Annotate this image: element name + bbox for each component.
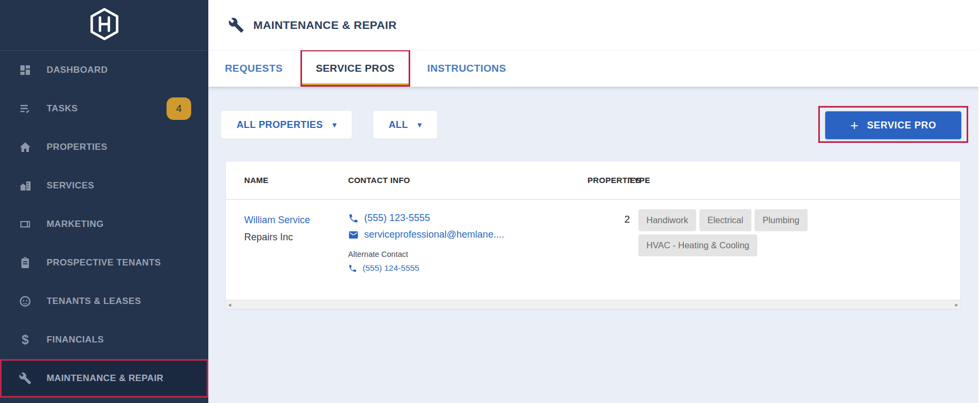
type-filter-dropdown[interactable]: ALL ▾ <box>373 111 437 139</box>
properties-filter-value: ALL PROPERTIES <box>237 119 323 131</box>
column-header-contact-info: CONTACT INFO <box>348 176 410 185</box>
sidebar-item-marketing[interactable]: MARKETING <box>0 205 208 244</box>
dollar-icon: $ <box>18 333 32 347</box>
email-link[interactable]: serviceprofessional@hemlane.... <box>364 229 504 240</box>
sidebar-item-label: PROPERTIES <box>47 142 108 153</box>
type-tag: Electrical <box>699 209 751 231</box>
sidebar-item-tasks[interactable]: TASKS 4 <box>0 89 208 128</box>
table-row: William Service Repairs Inc (555) 123-55… <box>226 200 960 299</box>
scroll-right-arrow-icon[interactable]: ▸ <box>955 302 958 308</box>
sidebar: DASHBOARD TASKS 4 PROPERTIES SERVICE <box>0 0 208 403</box>
add-service-pro-button-label: SERVICE PRO <box>867 120 936 131</box>
sidebar-nav: DASHBOARD TASKS 4 PROPERTIES SERVICE <box>0 51 208 398</box>
home-icon <box>18 140 32 154</box>
page-header: MAINTENANCE & REPAIR <box>208 0 980 50</box>
sidebar-item-services[interactable]: SERVICES <box>0 166 208 205</box>
tab-instructions[interactable]: INSTRUCTIONS <box>427 50 506 87</box>
content-area: ALL PROPERTIES ▾ ALL ▾ + SERVICE PRO NAM… <box>208 87 980 403</box>
services-building-icon <box>18 179 32 193</box>
sidebar-item-maintenance-repair[interactable]: MAINTENANCE & REPAIR <box>0 359 208 398</box>
sidebar-item-label: MARKETING <box>47 219 104 230</box>
add-service-pro-button[interactable]: + SERVICE PRO <box>825 111 961 139</box>
wrench-icon <box>18 371 32 385</box>
main-area: MAINTENANCE & REPAIR REQUESTS SERVICE PR… <box>208 0 980 403</box>
name-cell: William Service Repairs Inc <box>244 215 310 243</box>
sidebar-item-label: TASKS <box>47 103 78 114</box>
tasks-count-badge: 4 <box>167 97 191 120</box>
column-header-type: TYPE <box>629 176 650 185</box>
contact-info-cell: (555) 123-5555 serviceprofessional@hemla… <box>348 212 504 273</box>
type-tags-cell: Handiwork Electrical Plumbing HVAC - Hea… <box>638 209 810 256</box>
sidebar-item-properties[interactable]: PROPERTIES <box>0 128 208 166</box>
phone-line: (555) 123-5555 <box>348 212 504 224</box>
type-tag: Plumbing <box>755 209 808 231</box>
annotation-box-service-pros-tab: SERVICE PROS <box>300 50 410 87</box>
sidebar-item-label: FINANCIALS <box>47 334 104 345</box>
alternate-phone-line: (555) 124-5555 <box>348 263 504 273</box>
sidebar-item-financials[interactable]: $ FINANCIALS <box>0 321 208 359</box>
sidebar-item-dashboard[interactable]: DASHBOARD <box>0 51 208 89</box>
table-header-row: NAME CONTACT INFO PROPERTIES TYPE <box>226 162 960 200</box>
email-line: serviceprofessional@hemlane.... <box>348 229 504 240</box>
caret-down-icon: ▾ <box>418 121 421 128</box>
type-filter-value: ALL <box>389 119 408 131</box>
logo-area[interactable] <box>0 0 208 51</box>
hemlane-logo-icon <box>87 6 122 44</box>
properties-filter-dropdown[interactable]: ALL PROPERTIES ▾ <box>221 111 352 139</box>
tasks-list-icon <box>18 102 32 116</box>
tab-requests[interactable]: REQUESTS <box>225 50 283 87</box>
alternate-phone-link[interactable]: (555) 124-5555 <box>363 263 419 273</box>
sidebar-item-label: DASHBOARD <box>47 65 108 75</box>
email-icon <box>348 230 359 240</box>
phone-link[interactable]: (555) 123-5555 <box>364 212 430 224</box>
column-header-name: NAME <box>244 176 268 185</box>
horizontal-scrollbar[interactable]: ◂ ▸ <box>226 300 960 309</box>
alternate-contact-label: Alternate Contact <box>348 250 504 258</box>
sidebar-item-label: MAINTENANCE & REPAIR <box>47 373 163 384</box>
marketing-card-icon <box>18 217 32 231</box>
phone-icon <box>348 213 359 224</box>
clipboard-icon <box>18 256 32 270</box>
phone-icon <box>348 264 357 273</box>
caret-down-icon: ▾ <box>333 121 336 128</box>
wrench-icon <box>228 17 244 33</box>
type-tag: HVAC - Heating & Cooling <box>638 234 757 256</box>
properties-count: 2 <box>616 214 638 225</box>
tenant-face-icon <box>18 294 32 308</box>
sidebar-item-label: PROSPECTIVE TENANTS <box>47 257 161 268</box>
sidebar-item-label: SERVICES <box>47 180 94 191</box>
sidebar-item-tenants-leases[interactable]: TENANTS & LEASES <box>0 282 208 321</box>
dashboard-grid-icon <box>18 63 32 77</box>
sidebar-item-label: TENANTS & LEASES <box>47 296 141 307</box>
page-title: MAINTENANCE & REPAIR <box>253 19 397 32</box>
service-pro-company: Repairs Inc <box>244 232 310 243</box>
service-pro-name-link[interactable]: William Service <box>244 215 310 226</box>
tab-bar: REQUESTS SERVICE PROS INSTRUCTIONS <box>208 50 980 87</box>
annotation-box-service-pro-button: + SERVICE PRO <box>818 106 968 143</box>
scroll-left-arrow-icon[interactable]: ◂ <box>228 302 231 308</box>
tab-service-pros[interactable]: SERVICE PROS <box>302 51 409 85</box>
service-pros-table: NAME CONTACT INFO PROPERTIES TYPE Willia… <box>226 162 960 309</box>
app-window: DASHBOARD TASKS 4 PROPERTIES SERVICE <box>0 0 980 403</box>
type-tag: Handiwork <box>638 209 696 231</box>
sidebar-item-prospective-tenants[interactable]: PROSPECTIVE TENANTS <box>0 244 208 282</box>
plus-icon: + <box>850 118 858 132</box>
